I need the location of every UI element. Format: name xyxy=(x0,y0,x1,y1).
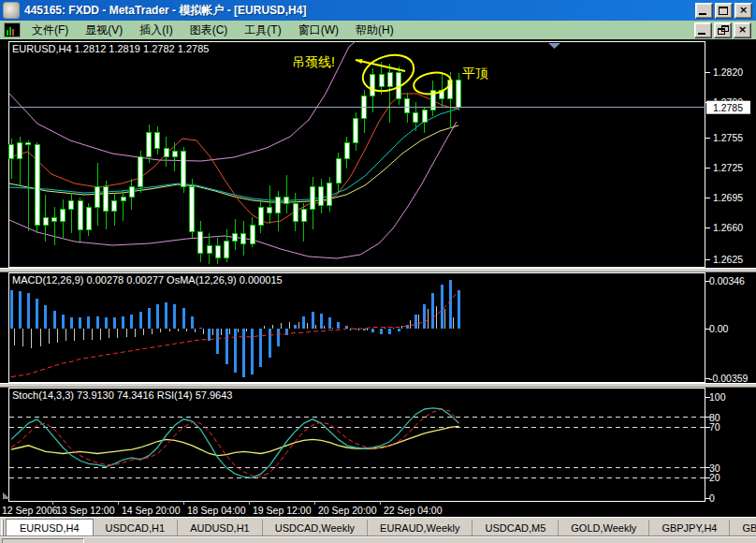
chart-tab-eurusd-h4[interactable]: EURUSD,H4 xyxy=(6,519,94,536)
stoch-tick-label: 20 xyxy=(709,472,720,483)
macd-bar xyxy=(277,329,280,346)
macd-bar xyxy=(406,325,409,329)
macd-bar xyxy=(173,304,176,330)
macd-bar xyxy=(36,299,38,329)
candle xyxy=(69,201,74,210)
candle xyxy=(276,198,281,213)
macd-bar xyxy=(165,302,167,329)
time-axis-label: 18 Sep 04:00 xyxy=(187,505,246,516)
macd-bar xyxy=(449,280,452,329)
app-icon xyxy=(3,2,20,19)
candle xyxy=(43,217,48,226)
macd-bar xyxy=(251,329,254,374)
macd-bar xyxy=(139,312,142,329)
candle xyxy=(233,233,238,242)
macd-bar xyxy=(10,290,13,329)
macd-bar xyxy=(363,329,366,330)
candle xyxy=(241,233,246,243)
stoch-tick-label: 100 xyxy=(709,391,726,403)
chart-tab-audusd-h1[interactable]: AUDUSD,H1 xyxy=(178,520,263,536)
candle xyxy=(207,245,211,254)
time-axis-label: 14 Sep 20:00 xyxy=(122,505,181,516)
restore-button[interactable] xyxy=(714,22,732,38)
annotation-text: 平顶 xyxy=(462,66,488,81)
macd-bar xyxy=(156,304,159,330)
candle xyxy=(78,201,82,229)
menu-item-1[interactable]: 显视(V) xyxy=(77,21,131,40)
chart-tab-gbpjpy-h4[interactable]: GBPJPY,H4 xyxy=(649,520,730,536)
macd-bar xyxy=(70,317,73,329)
chart-tab-gbpusd-m5[interactable]: GBPUSD,M5 xyxy=(730,520,756,536)
menu-item-0[interactable]: 文件(F) xyxy=(23,21,77,40)
minimize-button[interactable] xyxy=(694,22,712,38)
macd-tick-label: 0.00 xyxy=(709,323,729,334)
chart-tab-usdcad-m5[interactable]: USDCAD,M5 xyxy=(472,520,559,536)
maximize-button[interactable] xyxy=(715,3,733,19)
time-axis-label: 19 Sep 12:00 xyxy=(253,505,312,516)
candle xyxy=(215,245,220,257)
macd-bar xyxy=(216,329,219,354)
macd-bar xyxy=(328,317,331,329)
minimize-button[interactable] xyxy=(695,3,713,19)
macd-bar xyxy=(96,316,99,329)
chart-document-icon[interactable] xyxy=(4,22,21,37)
macd-bar xyxy=(105,317,108,329)
chart-tab-euraud-weekly[interactable]: EURAUD,Weekly xyxy=(368,520,472,536)
close-button[interactable]: × xyxy=(734,22,751,38)
menu-item-4[interactable]: 工具(T) xyxy=(236,21,289,40)
candle xyxy=(354,119,358,143)
time-axis-label: 13 Sep 12:00 xyxy=(56,505,115,516)
candle xyxy=(155,133,160,149)
candle xyxy=(293,203,298,221)
time-axis-label: 20 Sep 20:00 xyxy=(318,505,377,516)
stoch-tick-label: 70 xyxy=(709,421,720,433)
candle xyxy=(268,207,272,213)
candle xyxy=(327,183,332,206)
macd-bar xyxy=(414,315,417,329)
time-axis-label: 22 Sep 04:00 xyxy=(384,505,443,516)
macd-bar xyxy=(337,322,340,329)
macd-bar xyxy=(441,285,443,329)
candle xyxy=(52,217,57,221)
candle xyxy=(387,72,392,86)
menu-item-3[interactable]: 图表(C) xyxy=(182,21,237,40)
close-button[interactable]: × xyxy=(734,3,752,19)
candle xyxy=(371,74,375,96)
macd-tick-label: 0.00346 xyxy=(709,275,745,286)
macd-bar xyxy=(87,316,90,329)
candle xyxy=(129,187,134,198)
stoch-label: Stoch(14,3,3) 73.9130 74.3416 RSI(14) 57… xyxy=(12,389,232,401)
candle xyxy=(95,187,100,208)
macd-bar xyxy=(53,311,56,329)
macd-bar xyxy=(380,329,383,334)
macd-bar xyxy=(182,308,185,329)
status-bar xyxy=(0,536,756,543)
candle xyxy=(225,242,229,257)
price-tick-label: 1.2625 xyxy=(713,254,743,265)
chart-tab-usdcad-h1[interactable]: USDCAD,H1 xyxy=(94,520,179,536)
chart-tab-gold-weekly[interactable]: GOLD,Weekly xyxy=(559,520,649,536)
candle xyxy=(18,142,22,158)
candle xyxy=(121,198,125,201)
price-tick-label: 1.2695 xyxy=(713,192,743,203)
menu-item-5[interactable]: 窗口(W) xyxy=(290,21,347,40)
window-controls: × xyxy=(695,3,756,19)
chart-tab-bar: EURUSD,H4USDCAD,H1AUDUSD,H1USDCAD,Weekly… xyxy=(0,517,756,536)
macd-bar xyxy=(191,316,194,329)
menu-item-2[interactable]: 插入(I) xyxy=(131,21,181,40)
chart-tab-usdcad-weekly[interactable]: USDCAD,Weekly xyxy=(263,520,368,536)
macd-bar xyxy=(44,305,47,329)
candle xyxy=(86,207,91,229)
macd-bar xyxy=(388,329,391,334)
metatrader-window: 445165: FXDD - MetaTrader - 模拟帐户 - [EURU… xyxy=(0,0,756,543)
candle xyxy=(182,151,186,187)
candle xyxy=(284,198,289,204)
macd-bar xyxy=(19,291,22,329)
menu-item-6[interactable]: 帮助(H) xyxy=(347,21,402,40)
price-tick-label: 1.2755 xyxy=(713,132,743,143)
chart-canvas[interactable]: 1.28201.27901.27551.27251.26951.26601.26… xyxy=(0,39,756,517)
macd-bar xyxy=(242,329,245,377)
candle xyxy=(319,187,324,205)
candle xyxy=(198,231,203,254)
macd-bar xyxy=(294,325,297,329)
